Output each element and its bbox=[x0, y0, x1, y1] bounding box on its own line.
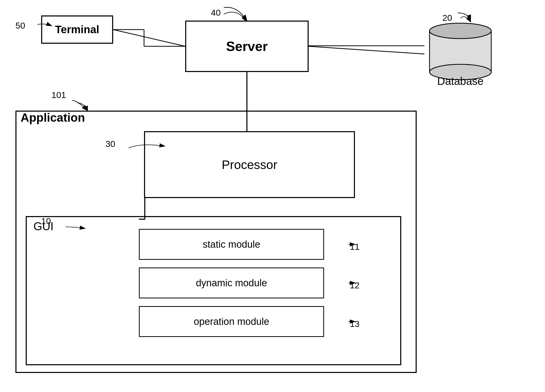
ref-10: 10 bbox=[41, 216, 51, 226]
static-module-box: static module bbox=[139, 229, 324, 260]
static-module-label: static module bbox=[203, 239, 260, 250]
ref-11: 11 bbox=[350, 242, 360, 252]
server-box: Server bbox=[185, 21, 309, 72]
terminal-label: Terminal bbox=[55, 23, 99, 36]
application-label: Application bbox=[21, 111, 85, 124]
operation-module-label: operation module bbox=[194, 316, 269, 327]
ref-50: 50 bbox=[15, 21, 25, 31]
ref-30: 30 bbox=[105, 139, 115, 149]
dynamic-module-box: dynamic module bbox=[139, 268, 324, 298]
ref-12: 12 bbox=[350, 280, 360, 290]
operation-module-box: operation module bbox=[139, 306, 324, 337]
ref-13: 13 bbox=[350, 319, 360, 329]
processor-label: Processor bbox=[222, 158, 277, 172]
server-label: Server bbox=[226, 39, 268, 54]
dynamic-module-label: dynamic module bbox=[196, 278, 267, 289]
svg-point-5 bbox=[430, 23, 491, 39]
terminal-box: Terminal bbox=[41, 15, 113, 44]
processor-box: Processor bbox=[144, 131, 355, 198]
svg-line-1 bbox=[309, 46, 424, 54]
ref-20: 20 bbox=[442, 13, 452, 23]
svg-line-0 bbox=[113, 30, 185, 46]
database-label: Database bbox=[424, 75, 496, 87]
database-cylinder-svg bbox=[424, 21, 496, 82]
database-container: Database bbox=[424, 21, 496, 87]
ref-40: 40 bbox=[211, 8, 221, 18]
diagram-container: Terminal Server Database Application Pro… bbox=[0, 0, 545, 392]
ref-101: 101 bbox=[51, 90, 66, 100]
